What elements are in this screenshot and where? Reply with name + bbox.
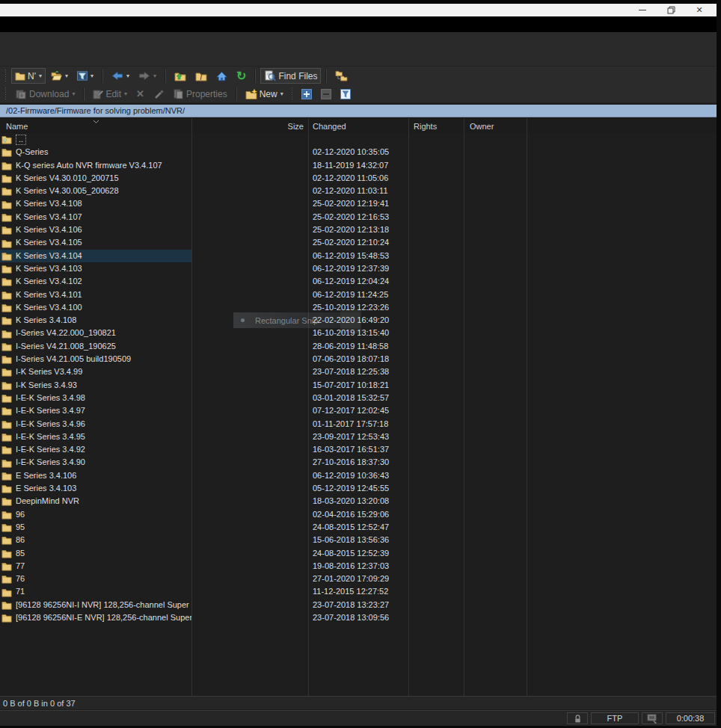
rename-brush-icon — [153, 89, 164, 99]
table-row[interactable]: K Series V4.30.010_20071502-12-2020 11:0… — [0, 172, 717, 185]
titlebar[interactable]: ✕ — [0, 4, 717, 16]
edit-button[interactable]: Edit ▾ — [89, 86, 131, 102]
chevron-down-icon: ▾ — [90, 73, 93, 79]
find-files-icon — [264, 70, 276, 81]
parent-dir-row[interactable]: .. — [0, 133, 717, 146]
add-filter-button[interactable] — [298, 86, 316, 102]
table-row[interactable]: DeepinMind NVR18-03-2020 13:20:08 — [0, 495, 717, 508]
column-header-name[interactable]: Name — [6, 118, 28, 133]
table-row[interactable]: K Series V3.4.10625-02-2020 12:13:18 — [0, 223, 717, 236]
remove-filter-button[interactable] — [317, 86, 335, 102]
column-header-rights[interactable]: Rights — [414, 118, 437, 133]
table-row[interactable]: E Series 3.4.10305-12-2019 12:45:55 — [0, 482, 717, 495]
new-button[interactable]: New ▾ — [242, 86, 287, 102]
delete-button[interactable]: ✕ — [132, 86, 148, 102]
remote-directory-button[interactable]: N' ▾ — [11, 68, 46, 84]
table-row[interactable]: 8615-06-2018 13:56:36 — [0, 534, 717, 546]
restore-button[interactable] — [660, 4, 682, 16]
file-changed: 06-12-2019 12:37:39 — [313, 262, 389, 275]
filter-toggle-button[interactable] — [337, 86, 355, 102]
file-name: E Series 3.4.103 — [16, 482, 76, 495]
table-row[interactable]: I-K Series V3.4.9923-07-2018 12:25:38 — [0, 365, 717, 378]
synchronize-browsing-button[interactable] — [331, 68, 352, 84]
table-row[interactable]: 7111-12-2015 12:27:52 — [0, 585, 717, 598]
folder-icon — [1, 342, 12, 351]
refresh-button[interactable]: ↻ — [233, 68, 250, 84]
open-directory-button[interactable]: ▾ — [47, 68, 72, 84]
table-row[interactable]: K Series V3.4.10825-02-2020 12:19:41 — [0, 197, 717, 210]
file-changed: 19-08-2016 12:37:03 — [313, 560, 389, 573]
filter-button[interactable]: ▾ — [73, 68, 97, 84]
file-changed: 25-02-2020 12:10:24 — [313, 236, 389, 249]
column-header-changed[interactable]: Changed — [313, 118, 346, 133]
table-row[interactable]: I-Series V4.21.005 build19050907-06-2019… — [0, 353, 717, 365]
download-button[interactable]: Download ▾ — [11, 86, 79, 102]
table-row[interactable]: 9602-04-2016 15:29:06 — [0, 508, 717, 521]
home-directory-button[interactable] — [212, 68, 231, 84]
table-row[interactable]: Q-Series02-12-2020 10:35:05 — [0, 146, 717, 158]
root-directory-button[interactable]: / — [191, 68, 211, 84]
table-row[interactable]: K Series V3.4.10025-10-2019 12:23:26 — [0, 301, 717, 314]
find-files-button[interactable]: Find Files — [260, 68, 321, 84]
table-row[interactable]: I-E-K Series 3.4.9523-09-2017 12:53:43 — [0, 431, 717, 443]
file-rows: .. Q-Series02-12-2020 10:35:05K-Q series… — [0, 133, 717, 624]
toolbar-grip[interactable] — [291, 87, 294, 101]
rename-button[interactable] — [150, 86, 168, 102]
table-row[interactable]: K Series V3.4.10206-12-2019 12:04:24 — [0, 275, 717, 288]
table-row[interactable]: 8524-08-2015 12:52:39 — [0, 547, 717, 560]
file-name: 95 — [16, 521, 25, 534]
close-button[interactable]: ✕ — [688, 4, 711, 16]
file-name: E Series 3.4.106 — [16, 469, 76, 482]
remote-directory-label: N' — [28, 71, 36, 81]
table-row[interactable]: K Series V3.4.10406-12-2019 15:48:53 — [0, 250, 717, 262]
table-row[interactable]: I-E-K Series 3.4.9216-03-2017 16:51:37 — [0, 443, 717, 456]
home-icon — [216, 71, 227, 81]
file-name: K Series V4.30.010_200715 — [16, 172, 119, 185]
table-row[interactable]: K Series V4.30.005_20062802-12-2020 11:0… — [0, 185, 717, 197]
file-name: K Series V4.30.005_200628 — [16, 185, 119, 197]
protocol-indicator[interactable]: FTP — [591, 712, 639, 724]
table-row[interactable]: [96128 96256NI-E NVR] 128,256-channel Su… — [0, 611, 717, 624]
table-row[interactable]: K Series V3.4.10525-02-2020 12:10:24 — [0, 236, 717, 249]
table-row[interactable]: 9524-08-2015 12:52:47 — [0, 521, 717, 534]
table-row[interactable]: I-Series V4.21.008_19062528-06-2019 11:4… — [0, 340, 717, 353]
table-row[interactable]: K Series V3.4.10725-02-2020 12:16:53 — [0, 211, 717, 223]
column-header-owner[interactable]: Owner — [470, 118, 494, 133]
folder-icon — [15, 71, 25, 81]
edit-icon — [93, 89, 103, 99]
table-row[interactable]: [96128 96256NI-I NVR] 128,256-channel Su… — [0, 599, 717, 611]
redacted-menu-area — [0, 16, 717, 32]
back-button[interactable]: ▾ — [108, 68, 133, 84]
file-name: I-Series V4.21.008_190625 — [16, 340, 116, 353]
properties-button[interactable]: Properties — [169, 86, 231, 102]
column-header-size[interactable]: Size — [191, 118, 304, 133]
table-row[interactable]: K-Q series Auto NVR firmware V3.4.10718-… — [0, 159, 717, 172]
table-row[interactable]: 7719-08-2016 12:37:03 — [0, 560, 717, 573]
table-row[interactable]: K Series 3.4.10822-02-2020 16:49:20 — [0, 314, 717, 327]
address-bar[interactable]: /02-Firmware/Firmware for solving proble… — [0, 105, 717, 117]
table-row[interactable]: I-Series V4.22.000_19082116-10-2019 13:1… — [0, 327, 717, 339]
table-row[interactable]: I-E-K Series 3.4.9027-10-2016 18:37:30 — [0, 456, 717, 469]
chevron-down-icon: ▾ — [126, 73, 129, 79]
toolbar-grip[interactable] — [4, 87, 7, 101]
file-changed: 07-12-2017 12:02:45 — [313, 404, 389, 417]
table-row[interactable]: 7627-01-2020 17:09:29 — [0, 573, 717, 585]
table-row[interactable]: E Series 3.4.10606-12-2019 10:36:43 — [0, 469, 717, 482]
table-row[interactable]: I-E-K Series 3.4.9707-12-2017 12:02:45 — [0, 404, 717, 417]
file-changed: 24-08-2015 12:52:47 — [313, 521, 389, 534]
toolbar-grip[interactable] — [4, 70, 7, 83]
table-row[interactable]: I-K Series 3.4.9315-07-2017 10:18:21 — [0, 379, 717, 392]
file-name: I-E-K Series 3.4.98 — [16, 392, 85, 404]
folder-icon — [1, 354, 12, 364]
table-row[interactable]: I-E-K Series 3.4.9803-01-2018 15:32:57 — [0, 392, 717, 404]
minimize-button[interactable] — [631, 4, 654, 16]
table-row[interactable]: I-E-K Series 3.4.9601-11-2017 17:57:18 — [0, 418, 717, 431]
table-row[interactable]: K Series V3.4.10306-12-2019 12:37:39 — [0, 262, 717, 275]
forward-button[interactable]: ▾ — [135, 68, 160, 84]
session-duration: 0:00:38 — [666, 712, 715, 724]
security-indicator[interactable] — [567, 712, 588, 724]
console-button[interactable] — [642, 712, 663, 724]
parent-directory-button[interactable] — [171, 68, 190, 84]
table-row[interactable]: K Series V3.4.10106-12-2019 11:24:25 — [0, 289, 717, 301]
folder-icon — [1, 147, 12, 157]
